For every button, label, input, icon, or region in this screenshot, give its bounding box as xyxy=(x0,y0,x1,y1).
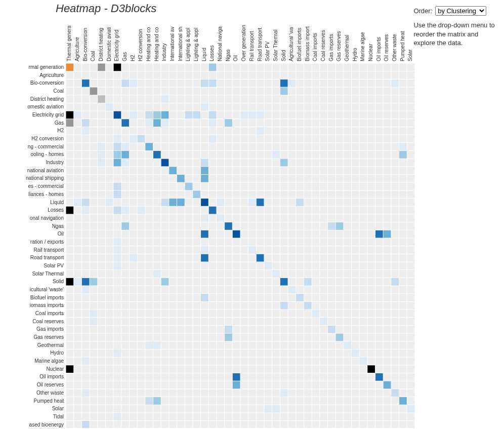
heatmap-cell xyxy=(177,246,185,254)
heatmap-cell xyxy=(193,286,200,294)
heatmap-cell xyxy=(153,254,161,262)
heatmap-cell xyxy=(265,127,272,135)
heatmap-cell xyxy=(265,111,272,119)
heatmap-cell xyxy=(106,95,113,103)
heatmap-cell xyxy=(185,175,193,182)
heatmap-cell xyxy=(193,334,200,341)
heatmap-cell xyxy=(145,246,153,254)
heatmap-cell xyxy=(367,334,375,341)
heatmap-cell xyxy=(185,349,193,357)
heatmap-cell xyxy=(384,270,391,278)
heatmap-cell-filled xyxy=(114,183,121,190)
heatmap-cell xyxy=(66,88,74,95)
heatmap-cell xyxy=(360,286,367,294)
heatmap-cell xyxy=(130,127,137,135)
heatmap-cell xyxy=(201,413,208,420)
heatmap-cell xyxy=(169,175,177,182)
heatmap-cell xyxy=(407,119,415,127)
heatmap-cell xyxy=(312,95,320,103)
heatmap-cell xyxy=(169,64,177,71)
heatmap-cell xyxy=(138,381,145,389)
heatmap-cell xyxy=(233,119,240,127)
heatmap-cell-filled xyxy=(375,230,383,238)
heatmap-cell xyxy=(312,381,320,389)
heatmap-cell xyxy=(138,405,145,413)
heatmap-cell xyxy=(407,334,415,341)
heatmap-cell xyxy=(98,207,105,214)
heatmap-cell xyxy=(312,270,320,278)
heatmap-cell xyxy=(145,286,153,294)
heatmap-cell xyxy=(130,302,137,309)
heatmap-cell xyxy=(336,381,344,389)
heatmap-cell xyxy=(74,413,81,420)
heatmap-cell xyxy=(399,349,407,357)
order-select[interactable]: by Clusteringby Frequencyby Name xyxy=(435,6,486,16)
heatmap-cell xyxy=(90,159,98,167)
heatmap-cell xyxy=(312,135,320,143)
heatmap-cell xyxy=(272,278,280,286)
heatmap-cell xyxy=(296,167,304,174)
heatmap-cell xyxy=(344,159,351,167)
heatmap-cell xyxy=(90,358,98,365)
heatmap-cell xyxy=(138,421,145,428)
heatmap-cell-filled xyxy=(161,159,169,167)
heatmap-cell xyxy=(336,190,344,198)
heatmap-cell xyxy=(130,207,137,214)
heatmap-cell xyxy=(193,326,200,333)
heatmap-cell xyxy=(114,230,121,238)
heatmap-cell xyxy=(193,349,200,357)
heatmap-cell xyxy=(304,159,312,167)
heatmap-cell xyxy=(288,207,296,214)
heatmap-cell-filled xyxy=(185,111,193,119)
heatmap-cell xyxy=(153,389,161,397)
heatmap-cell xyxy=(98,389,105,397)
heatmap-cell xyxy=(138,214,145,222)
heatmap-cell xyxy=(399,294,407,301)
heatmap-cell xyxy=(352,95,359,103)
heatmap-cell xyxy=(106,119,113,127)
heatmap-cell xyxy=(130,143,137,150)
heatmap-cell xyxy=(169,318,177,325)
heatmap-cell-filled xyxy=(296,199,304,206)
heatmap-cell xyxy=(399,135,407,143)
heatmap-cell xyxy=(328,254,335,262)
heatmap-cell-filled xyxy=(201,246,208,254)
heatmap-cell xyxy=(98,405,105,413)
heatmap-cell xyxy=(130,381,137,389)
heatmap-cell xyxy=(344,222,351,230)
heatmap-cell xyxy=(360,405,367,413)
heatmap-cell xyxy=(328,143,335,150)
heatmap-cell xyxy=(153,199,161,206)
heatmap-cell-filled xyxy=(90,278,98,286)
heatmap-cell xyxy=(82,310,90,318)
heatmap-cell xyxy=(367,80,375,87)
heatmap-cell xyxy=(272,389,280,397)
heatmap-cell xyxy=(161,286,169,294)
heatmap-cell xyxy=(391,214,399,222)
heatmap-cell xyxy=(288,64,296,71)
heatmap-cell xyxy=(74,262,81,270)
heatmap-cell xyxy=(169,326,177,333)
heatmap-cell xyxy=(312,358,320,365)
heatmap-cell-filled xyxy=(114,207,121,214)
heatmap-cell xyxy=(161,326,169,333)
heatmap-cell xyxy=(209,246,217,254)
heatmap-cell xyxy=(280,167,288,174)
heatmap-cell xyxy=(248,71,256,79)
heatmap-cell xyxy=(106,254,113,262)
heatmap-cell xyxy=(375,397,383,405)
heatmap-cell xyxy=(138,310,145,318)
heatmap-cell xyxy=(272,222,280,230)
heatmap-cell xyxy=(225,167,232,174)
heatmap-cell xyxy=(384,397,391,405)
heatmap-cell xyxy=(328,167,335,174)
heatmap-cell xyxy=(201,262,208,270)
heatmap-cell xyxy=(130,294,137,301)
heatmap-cell xyxy=(161,397,169,405)
heatmap-cell xyxy=(130,262,137,270)
heatmap-cell xyxy=(320,111,327,119)
heatmap-cell xyxy=(193,230,200,238)
heatmap-cell xyxy=(153,167,161,174)
heatmap-cell xyxy=(248,358,256,365)
heatmap-cell xyxy=(169,358,177,365)
